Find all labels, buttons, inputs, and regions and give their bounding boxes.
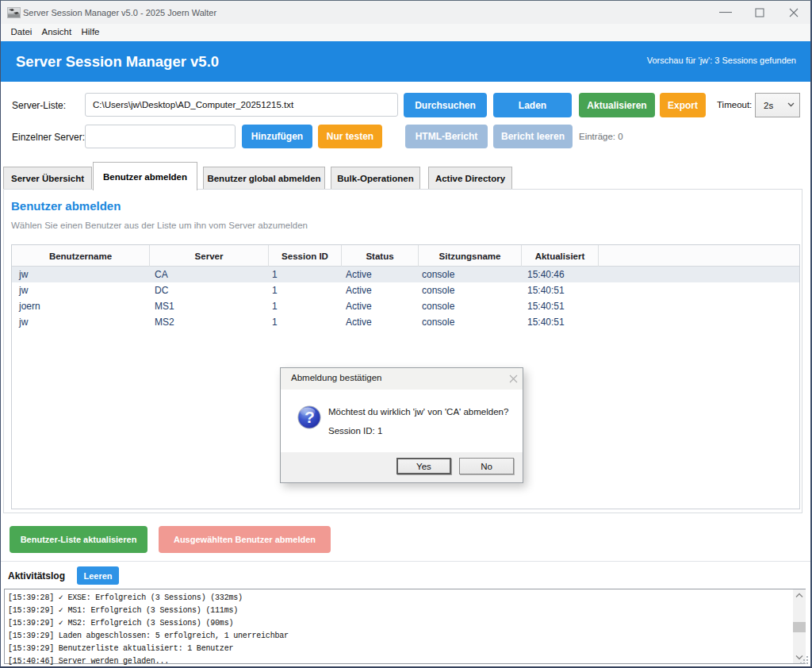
svg-text:?: ? — [304, 408, 315, 426]
